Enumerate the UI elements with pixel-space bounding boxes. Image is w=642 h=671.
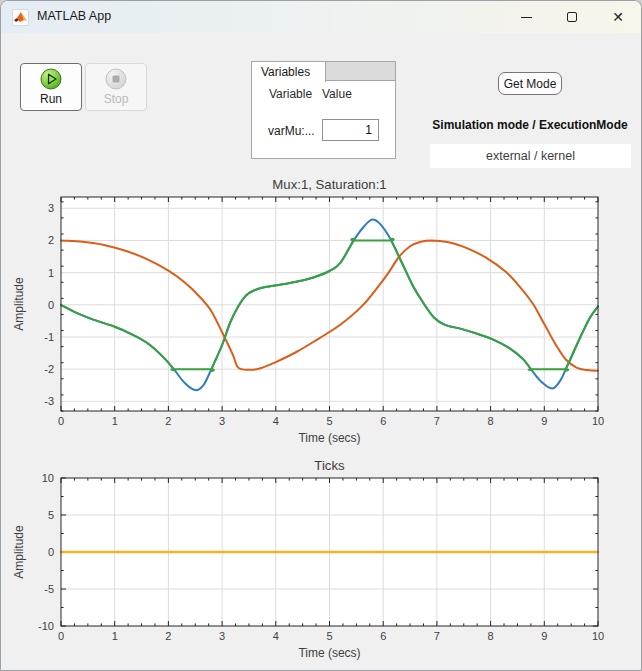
x-tick-label: 4	[273, 630, 279, 642]
y-tick-label: 1	[48, 267, 54, 279]
y-tick-label: -2	[44, 363, 54, 375]
table-row: varMu:...	[252, 119, 395, 143]
get-mode-button[interactable]: Get Mode	[498, 72, 562, 95]
matlab-app-window: MATLAB App ✕ Run	[0, 0, 642, 671]
y-tick-label: -5	[44, 583, 54, 595]
x-tick-label: 2	[165, 415, 171, 427]
x-tick-label: 1	[112, 415, 118, 427]
x-tick-label: 6	[380, 630, 386, 642]
chart-title: Ticks	[314, 461, 345, 473]
mode-heading: Simulation mode / ExecutionMode	[419, 118, 641, 132]
x-tick-label: 2	[165, 630, 171, 642]
play-icon	[40, 68, 62, 90]
x-tick-label: 4	[273, 415, 279, 427]
matlab-icon	[12, 9, 29, 26]
x-tick-label: 10	[592, 415, 604, 427]
y-axis-label: Amplitude	[12, 277, 26, 331]
variables-table: Variable Value varMu:...	[251, 81, 396, 159]
x-tick-label: 10	[592, 630, 604, 642]
variables-panel: Variables Variable Value varMu:...	[251, 61, 396, 159]
stop-label: Stop	[104, 92, 129, 106]
mode-value: external / kernel	[430, 144, 631, 168]
column-header-variable: Variable	[269, 87, 312, 101]
ticks-plot: 012345678910-10-50510TicksTime (secs)Amp…	[1, 461, 642, 671]
y-tick-label: 2	[48, 234, 54, 246]
run-label: Run	[40, 92, 62, 106]
y-tick-label: 5	[48, 509, 54, 521]
variable-value-input[interactable]	[322, 119, 379, 141]
y-tick-label: -10	[38, 620, 54, 632]
maximize-button[interactable]	[549, 1, 595, 33]
x-tick-label: 8	[488, 630, 494, 642]
minimize-icon	[521, 17, 532, 18]
y-tick-label: 0	[48, 299, 54, 311]
x-tick-label: 5	[326, 415, 332, 427]
y-axis-label: Amplitude	[12, 525, 26, 579]
x-tick-label: 3	[219, 630, 225, 642]
close-icon: ✕	[612, 10, 624, 24]
mux-saturation-plot: 012345678910-3-2-10123Mux:1, Saturation:…	[1, 179, 642, 451]
maximize-icon	[567, 12, 577, 22]
column-header-value: Value	[322, 87, 352, 101]
x-axis-label: Time (secs)	[298, 431, 360, 445]
x-tick-label: 9	[541, 630, 547, 642]
x-tick-label: 8	[488, 415, 494, 427]
x-tick-label: 0	[58, 415, 64, 427]
y-tick-label: 10	[42, 472, 54, 484]
x-axis-label: Time (secs)	[298, 646, 360, 660]
x-tick-label: 1	[112, 630, 118, 642]
x-tick-label: 6	[380, 415, 386, 427]
window-controls: ✕	[503, 1, 641, 33]
x-tick-label: 7	[434, 630, 440, 642]
minimize-button[interactable]	[503, 1, 549, 33]
x-tick-label: 0	[58, 630, 64, 642]
window-title: MATLAB App	[37, 9, 111, 23]
stop-icon	[105, 68, 127, 90]
title-bar: MATLAB App ✕	[1, 1, 641, 33]
x-tick-label: 9	[541, 415, 547, 427]
y-tick-label: -3	[44, 395, 54, 407]
y-tick-label: -1	[44, 331, 54, 343]
variables-tab[interactable]: Variables	[251, 61, 326, 82]
x-tick-label: 3	[219, 415, 225, 427]
y-tick-label: 3	[48, 202, 54, 214]
close-button[interactable]: ✕	[595, 1, 641, 33]
variable-name: varMu:...	[268, 124, 315, 138]
run-button[interactable]: Run	[20, 63, 82, 111]
stop-button[interactable]: Stop	[85, 63, 147, 111]
x-tick-label: 7	[434, 415, 440, 427]
x-tick-label: 5	[326, 630, 332, 642]
y-tick-label: 0	[48, 546, 54, 558]
chart-title: Mux:1, Saturation:1	[272, 179, 386, 192]
